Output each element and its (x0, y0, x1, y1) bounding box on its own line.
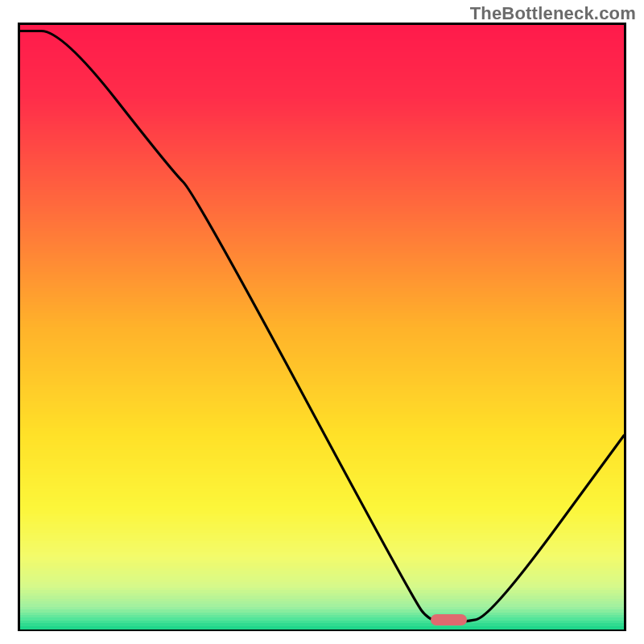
bottleneck-curve (20, 25, 624, 629)
optimal-marker (431, 614, 467, 625)
plot-area (20, 25, 624, 629)
watermark-text: TheBottleneck.com (470, 3, 636, 24)
chart-stage: TheBottleneck.com (0, 0, 644, 644)
plot-frame (18, 23, 626, 631)
curve-path (20, 31, 624, 623)
